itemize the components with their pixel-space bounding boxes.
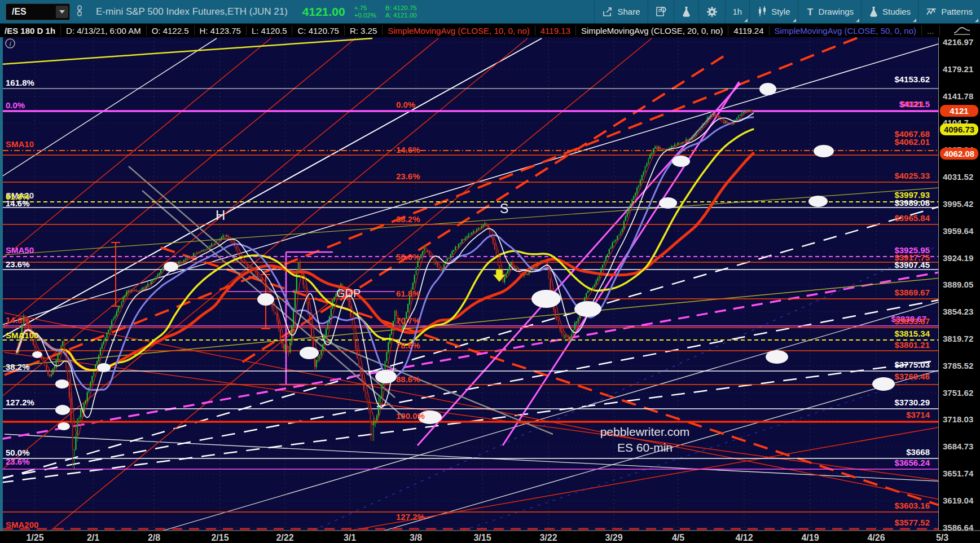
analyze-button[interactable] xyxy=(674,0,698,24)
symbol-selector[interactable]: /ES xyxy=(6,3,70,20)
svg-text:H: H xyxy=(216,208,225,223)
patterns-icon xyxy=(926,7,937,17)
svg-text:2/15: 2/15 xyxy=(211,533,228,542)
svg-text:$3965.84: $3965.84 xyxy=(894,213,930,223)
bar-range: R: 3.25 xyxy=(345,25,383,36)
svg-text:14.6%: 14.6% xyxy=(6,315,30,325)
studies-overflow[interactable]: ... xyxy=(922,25,940,36)
svg-text:S: S xyxy=(500,201,508,216)
svg-text:4/26: 4/26 xyxy=(867,533,885,542)
price-chart[interactable]: $4153.62$4121$4121.5$4067.68$4062.01$402… xyxy=(0,37,980,543)
svg-text:$3603.16: $3603.16 xyxy=(894,501,930,510)
bar-high: H: 4123.75 xyxy=(195,25,247,36)
svg-text:4/19: 4/19 xyxy=(801,533,819,542)
symbol-dropdown-button[interactable] xyxy=(56,6,68,18)
svg-text:3751.62: 3751.62 xyxy=(943,388,973,398)
share-button[interactable]: Share xyxy=(594,0,647,24)
price-change: +.75 xyxy=(354,5,376,12)
bar-close: C: 4120.75 xyxy=(292,25,344,36)
timeframe-button[interactable]: 1h xyxy=(725,0,750,24)
study-sma10-label[interactable]: SimpleMovingAvg (CLOSE, 10, 0, no) xyxy=(383,25,535,36)
svg-text:pebblewriter.com: pebblewriter.com xyxy=(600,425,690,438)
svg-text:$3833.67: $3833.67 xyxy=(894,316,930,326)
svg-text:3619.04: 3619.04 xyxy=(943,496,974,505)
svg-text:$3775.03: $3775.03 xyxy=(894,360,930,369)
svg-text:14.6%: 14.6% xyxy=(6,198,30,208)
style-button[interactable]: Style xyxy=(749,0,797,24)
chevron-down-icon xyxy=(59,10,65,14)
svg-text:4062.08: 4062.08 xyxy=(944,149,974,158)
svg-text:4096.73: 4096.73 xyxy=(944,125,974,134)
svg-text:3/22: 3/22 xyxy=(539,533,557,542)
svg-text:4179.21: 4179.21 xyxy=(943,64,973,74)
svg-text:23.6%: 23.6% xyxy=(396,171,420,181)
svg-text:SMA10: SMA10 xyxy=(6,139,34,149)
studies-button[interactable]: Studies xyxy=(861,0,918,24)
bar-open: O: 4122.5 xyxy=(147,25,195,36)
svg-text:4216.97: 4216.97 xyxy=(943,37,973,47)
svg-text:50.0%: 50.0% xyxy=(396,252,420,262)
svg-text:3/15: 3/15 xyxy=(473,533,491,542)
svg-text:$4153.62: $4153.62 xyxy=(894,74,930,84)
svg-text:38.2%: 38.2% xyxy=(6,362,30,372)
svg-text:4031.52: 4031.52 xyxy=(943,172,973,182)
svg-text:3586.64: 3586.64 xyxy=(943,523,974,532)
svg-text:1/25: 1/25 xyxy=(26,533,43,542)
svg-text:SMA50: SMA50 xyxy=(6,245,34,255)
svg-text:0.0%: 0.0% xyxy=(396,100,415,109)
settings-button[interactable] xyxy=(698,0,725,24)
svg-text:3889.05: 3889.05 xyxy=(943,280,973,289)
svg-text:$4121.5: $4121.5 xyxy=(899,99,930,109)
svg-text:5/3: 5/3 xyxy=(936,533,948,542)
svg-text:$3714: $3714 xyxy=(906,410,930,420)
study-sma10-value: 4119.13 xyxy=(535,25,576,36)
svg-text:$3760.46: $3760.46 xyxy=(894,372,930,381)
text-tool-icon: T xyxy=(806,7,815,17)
svg-text:3785.52: 3785.52 xyxy=(943,361,973,370)
study-sma50-label[interactable]: SimpleMovingAvg (CLOSE, 50, 0, no) xyxy=(770,25,922,36)
axis-settings-icon[interactable] xyxy=(953,25,972,38)
svg-text:23.6%: 23.6% xyxy=(6,457,30,466)
svg-text:3/1: 3/1 xyxy=(344,533,356,542)
study-sma20-label[interactable]: SimpleMovingAvg (CLOSE, 20, 0, no) xyxy=(576,25,729,36)
svg-text:$3907.45: $3907.45 xyxy=(894,260,930,270)
top-toolbar: /ES E-mini S&P 500 Index Futures,ETH (JU… xyxy=(0,0,980,24)
svg-text:2/8: 2/8 xyxy=(148,533,160,542)
svg-text:50.0%: 50.0% xyxy=(6,448,30,457)
svg-text:127.2%: 127.2% xyxy=(396,512,425,522)
patterns-button[interactable]: Patterns xyxy=(918,0,980,24)
svg-text:SMA100: SMA100 xyxy=(6,330,38,340)
svg-text:161.8%: 161.8% xyxy=(6,78,34,87)
instrument-description: E-mini S&P 500 Index Futures,ETH (JUN 21… xyxy=(96,6,288,17)
note-icon xyxy=(656,6,666,17)
drawings-button[interactable]: T Drawings xyxy=(798,0,862,24)
svg-text:$3577.52: $3577.52 xyxy=(894,518,930,527)
flask-icon xyxy=(869,6,878,17)
chart-symbol-timeframe: /ES 180 D 1h xyxy=(0,25,61,36)
svg-text:$3869.67: $3869.67 xyxy=(894,288,930,297)
svg-text:70.7%: 70.7% xyxy=(396,316,420,325)
svg-text:T: T xyxy=(807,7,813,17)
notes-button[interactable] xyxy=(648,0,674,24)
price-change-pct: +0.02% xyxy=(354,12,376,19)
gear-icon xyxy=(706,6,718,17)
svg-text:3924.19: 3924.19 xyxy=(943,253,973,263)
svg-text:3995.42: 3995.42 xyxy=(943,199,973,209)
svg-text:4141.78: 4141.78 xyxy=(943,91,973,101)
svg-text:3/29: 3/29 xyxy=(605,533,622,542)
link-icon[interactable] xyxy=(76,5,84,19)
ask-value: A: 4121.00 xyxy=(385,12,417,19)
symbol-input[interactable]: /ES xyxy=(6,7,56,17)
svg-text:61.8%: 61.8% xyxy=(396,289,420,298)
bid-value: B: 4120.75 xyxy=(385,5,417,12)
svg-text:3959.64: 3959.64 xyxy=(943,226,974,236)
svg-text:$3989.08: $3989.08 xyxy=(894,198,930,208)
chart-status-row: /ES 180 D 1h D: 4/13/21, 6:00 AM O: 4122… xyxy=(0,24,980,37)
svg-text:$3815.34: $3815.34 xyxy=(894,329,930,338)
svg-text:$3730.29: $3730.29 xyxy=(894,398,930,407)
svg-text:ES 60-min: ES 60-min xyxy=(617,441,673,454)
last-price: 4121.00 xyxy=(302,5,345,19)
svg-text:23.6%: 23.6% xyxy=(6,259,30,269)
chart-style-icon xyxy=(757,6,767,17)
bar-low: L: 4120.5 xyxy=(247,25,293,36)
